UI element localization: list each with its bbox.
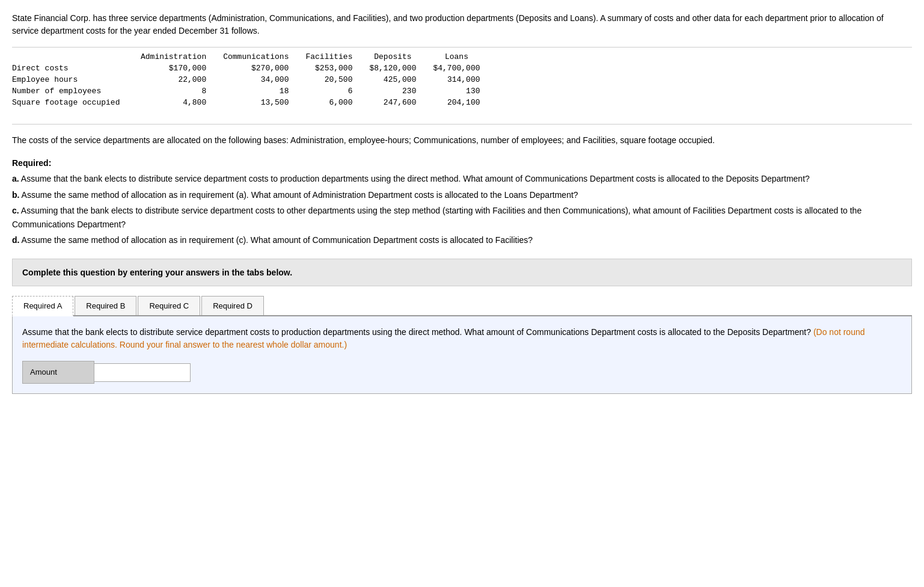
row-label-direct-costs: Direct costs bbox=[12, 63, 132, 74]
amount-label: Amount bbox=[22, 361, 94, 384]
answer-row: Amount bbox=[22, 361, 902, 384]
complete-box: Complete this question by entering your … bbox=[12, 259, 912, 286]
required-heading: Required: bbox=[12, 156, 912, 170]
part-d-letter: d. bbox=[12, 235, 19, 245]
table-row: Employee hours 22,000 34,000 20,500 425,… bbox=[12, 74, 488, 85]
cell-comm-employees: 18 bbox=[215, 85, 297, 97]
required-part-a: a. Assume that the bank elects to distri… bbox=[12, 172, 912, 185]
row-label-square-footage: Square footage occupied bbox=[12, 97, 132, 108]
cell-loans-employees: 130 bbox=[424, 85, 488, 97]
data-table-wrapper: Administration Communications Facilities… bbox=[12, 47, 912, 124]
part-a-letter: a. bbox=[12, 174, 19, 183]
amount-input[interactable] bbox=[94, 363, 191, 382]
empty-header bbox=[12, 51, 132, 63]
tab-description-normal: Assume that the bank elects to distribut… bbox=[22, 327, 813, 337]
cell-dep-sqft: 247,600 bbox=[361, 97, 424, 108]
cell-dep-direct: $8,120,000 bbox=[361, 63, 424, 74]
tab-required-b[interactable]: Required B bbox=[75, 296, 136, 315]
cell-fac-direct: $253,000 bbox=[297, 63, 361, 74]
cell-fac-hours: 20,500 bbox=[297, 74, 361, 85]
cell-admin-hours: 22,000 bbox=[132, 74, 215, 85]
required-part-c: c. Assuming that the bank elects to dist… bbox=[12, 204, 912, 231]
cost-data-table: Administration Communications Facilities… bbox=[12, 51, 488, 108]
row-label-employee-hours: Employee hours bbox=[12, 74, 132, 85]
required-section: Required: a. Assume that the bank elects… bbox=[12, 156, 912, 247]
tab-content-area: Assume that the bank elects to distribut… bbox=[12, 316, 912, 394]
part-b-letter: b. bbox=[12, 190, 19, 200]
cell-admin-direct: $170,000 bbox=[132, 63, 215, 74]
tab-description: Assume that the bank elects to distribut… bbox=[22, 326, 902, 351]
cell-dep-hours: 425,000 bbox=[361, 74, 424, 85]
tab-required-a[interactable]: Required A bbox=[12, 296, 73, 316]
part-b-text: Assume the same method of allocation as … bbox=[22, 190, 578, 200]
allocation-text: The costs of the service departments are… bbox=[12, 134, 912, 147]
col-header-loans: Loans bbox=[424, 51, 488, 63]
part-c-text: Assuming that the bank elects to distrib… bbox=[12, 206, 861, 229]
intro-paragraph: State Financial Corp. has three service … bbox=[12, 12, 912, 37]
col-header-administration: Administration bbox=[132, 51, 215, 63]
cell-fac-employees: 6 bbox=[297, 85, 361, 97]
required-part-b: b. Assume the same method of allocation … bbox=[12, 188, 912, 201]
cell-fac-sqft: 6,000 bbox=[297, 97, 361, 108]
cell-comm-sqft: 13,500 bbox=[215, 97, 297, 108]
row-label-num-employees: Number of employees bbox=[12, 85, 132, 97]
cell-loans-sqft: 204,100 bbox=[424, 97, 488, 108]
part-a-text: Assume that the bank elects to distribut… bbox=[21, 174, 810, 183]
table-row: Number of employees 8 18 6 230 130 bbox=[12, 85, 488, 97]
table-row: Direct costs $170,000 $270,000 $253,000 … bbox=[12, 63, 488, 74]
table-row: Square footage occupied 4,800 13,500 6,0… bbox=[12, 97, 488, 108]
required-part-d: d. Assume the same method of allocation … bbox=[12, 233, 912, 247]
col-header-facilities: Facilities bbox=[297, 51, 361, 63]
part-c-letter: c. bbox=[12, 206, 19, 215]
cell-loans-hours: 314,000 bbox=[424, 74, 488, 85]
required-label: Required: bbox=[12, 158, 51, 168]
part-d-text: Assume the same method of allocation as … bbox=[22, 235, 533, 245]
cell-dep-employees: 230 bbox=[361, 85, 424, 97]
cell-comm-hours: 34,000 bbox=[215, 74, 297, 85]
tab-required-c[interactable]: Required C bbox=[138, 296, 200, 315]
complete-box-text: Complete this question by entering your … bbox=[22, 268, 292, 277]
tabs-container: Required A Required B Required C Require… bbox=[12, 296, 912, 316]
tab-required-d[interactable]: Required D bbox=[201, 296, 264, 315]
cell-loans-direct: $4,700,000 bbox=[424, 63, 488, 74]
col-header-deposits: Deposits bbox=[361, 51, 424, 63]
cell-comm-direct: $270,000 bbox=[215, 63, 297, 74]
col-header-communications: Communications bbox=[215, 51, 297, 63]
cell-admin-employees: 8 bbox=[132, 85, 215, 97]
cell-admin-sqft: 4,800 bbox=[132, 97, 215, 108]
